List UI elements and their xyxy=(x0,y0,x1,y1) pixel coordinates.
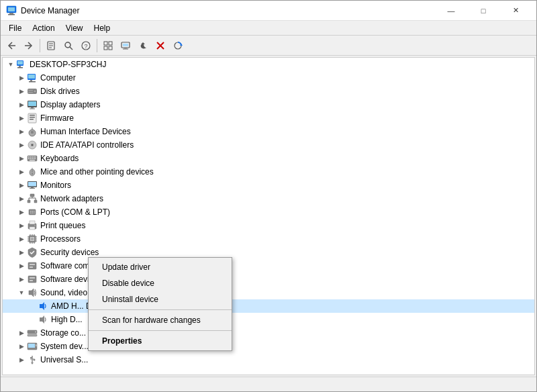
svg-rect-57 xyxy=(28,158,30,160)
root-expand-arrow[interactable]: ▼ xyxy=(5,59,16,70)
storage-icon xyxy=(27,328,38,338)
tree-item-software-comp[interactable]: ▶ Software components xyxy=(3,259,534,273)
tree-item-security[interactable]: ▶ Security devices xyxy=(3,246,534,259)
software-dev-icon xyxy=(27,274,38,285)
svg-rect-82 xyxy=(34,213,35,214)
network-expand[interactable]: ▶ xyxy=(16,193,27,204)
computer-expand[interactable]: ▶ xyxy=(16,72,27,83)
ctx-disable-device[interactable]: Disable device xyxy=(89,275,232,291)
toolbar-forward[interactable] xyxy=(21,38,37,54)
tree-item-disk[interactable]: ▶ Disk drives xyxy=(3,85,534,98)
tree-item-amd-hd[interactable]: ▶ AMD H... D...ition Audio D... xyxy=(3,299,534,313)
svg-rect-76 xyxy=(29,209,36,215)
svg-rect-37 xyxy=(28,92,33,93)
toolbar-update[interactable] xyxy=(135,38,151,54)
toolbar-sep-2 xyxy=(97,39,97,52)
svg-point-51 xyxy=(32,144,33,146)
svg-rect-3 xyxy=(8,14,15,15)
svg-rect-104 xyxy=(30,266,33,268)
tree-item-high-def[interactable]: ▶ High D... xyxy=(3,313,534,326)
print-expand[interactable]: ▶ xyxy=(16,220,27,231)
ports-icon xyxy=(27,207,38,217)
tree-root[interactable]: ▼ DESKTOP-SFP3CHJ xyxy=(3,58,534,71)
usb-label: Universal S... xyxy=(40,355,88,364)
tree-item-ide[interactable]: ▶ IDE ATA/ATAPI controllers xyxy=(3,138,534,152)
menu-view[interactable]: View xyxy=(60,22,89,34)
ctx-update-driver[interactable]: Update driver xyxy=(89,259,232,275)
tree-item-monitors[interactable]: ▶ Monitors xyxy=(3,179,534,192)
tree-item-processors[interactable]: ▶ xyxy=(3,232,534,246)
tree-item-hid[interactable]: ▶ Human Interface Devices xyxy=(3,125,534,138)
tree-item-ports[interactable]: ▶ Ports (COM & LPT) xyxy=(3,205,534,219)
ctx-scan-hardware[interactable]: Scan for hardware changes xyxy=(89,312,232,328)
tree-item-storage[interactable]: ▶ Storage co... xyxy=(3,326,534,340)
menu-help[interactable]: Help xyxy=(89,22,116,34)
mice-expand[interactable]: ▶ xyxy=(16,166,27,177)
hid-expand[interactable]: ▶ xyxy=(16,126,27,137)
toolbar-properties[interactable] xyxy=(43,38,59,54)
disk-expand[interactable]: ▶ xyxy=(16,86,27,97)
device-tree[interactable]: ▼ DESKTOP-SFP3CHJ ▶ xyxy=(2,57,535,375)
keyboard-label: Keyboards xyxy=(40,154,79,163)
toolbar-scan[interactable] xyxy=(170,38,186,54)
toolbar: ? xyxy=(1,36,536,56)
display-expand[interactable]: ▶ xyxy=(16,99,27,110)
svg-rect-71 xyxy=(34,200,37,203)
processors-expand[interactable]: ▶ xyxy=(16,234,27,244)
monitors-expand[interactable]: ▶ xyxy=(16,180,27,191)
svg-rect-31 xyxy=(28,75,35,79)
monitors-label: Monitors xyxy=(40,181,71,190)
tree-item-display[interactable]: ▶ Display adapters xyxy=(3,98,534,111)
svg-point-63 xyxy=(32,173,33,175)
computer-label: Computer xyxy=(40,73,76,83)
minimize-button[interactable]: — xyxy=(436,4,467,17)
device-manager-window: Device Manager — □ ✕ File Action View He… xyxy=(0,0,537,392)
toolbar-computer[interactable] xyxy=(117,38,134,54)
tree-item-keyboard[interactable]: ▶ Keyboards xyxy=(3,152,534,165)
tree-item-network[interactable]: ▶ Network adapters xyxy=(3,192,534,205)
maximize-button[interactable]: □ xyxy=(468,4,499,17)
svg-rect-43 xyxy=(30,115,35,115)
toolbar-search[interactable] xyxy=(60,38,77,54)
usb-expand[interactable]: ▶ xyxy=(16,354,27,365)
security-expand[interactable]: ▶ xyxy=(16,247,27,258)
firmware-icon xyxy=(27,113,38,124)
toolbar-help[interactable]: ? xyxy=(78,38,94,54)
tree-item-software-dev[interactable]: ▶ Software devices xyxy=(3,273,534,286)
menu-file[interactable]: File xyxy=(3,22,27,34)
ide-expand[interactable]: ▶ xyxy=(16,140,27,150)
svg-rect-80 xyxy=(30,213,32,214)
svg-rect-45 xyxy=(30,119,34,119)
ctx-sep-1 xyxy=(89,309,232,310)
tree-item-system[interactable]: ▶ System dev... xyxy=(3,340,534,353)
tree-item-sound[interactable]: ▼ Sound, video and game controllers xyxy=(3,286,534,299)
ctx-properties[interactable]: Properties xyxy=(89,333,232,349)
firmware-expand[interactable]: ▶ xyxy=(16,113,27,124)
software-comp-expand[interactable]: ▶ xyxy=(16,260,27,271)
tree-item-print[interactable]: ▶ Print queues xyxy=(3,219,534,232)
print-label: Print queues xyxy=(40,221,85,230)
toolbar-device-list[interactable] xyxy=(100,38,116,54)
display-icon xyxy=(27,99,38,110)
svg-marker-109 xyxy=(40,302,44,310)
toolbar-back[interactable] xyxy=(3,38,19,54)
tree-item-firmware[interactable]: ▶ Firmware xyxy=(3,111,534,125)
ctx-uninstall-device[interactable]: Uninstall device xyxy=(89,291,232,307)
ports-expand[interactable]: ▶ xyxy=(16,207,27,217)
menu-action[interactable]: Action xyxy=(27,22,60,34)
system-icon xyxy=(27,341,38,352)
storage-expand[interactable]: ▶ xyxy=(16,328,27,338)
svg-point-86 xyxy=(34,225,36,226)
toolbar-remove[interactable] xyxy=(152,38,168,54)
close-button[interactable]: ✕ xyxy=(500,4,531,17)
tree-item-computer[interactable]: ▶ Computer xyxy=(3,71,534,85)
system-expand[interactable]: ▶ xyxy=(16,341,27,352)
tree-item-usb[interactable]: ▶ Universal S... xyxy=(3,353,534,366)
svg-rect-66 xyxy=(28,182,36,187)
svg-rect-15 xyxy=(109,42,112,45)
sound-expand[interactable]: ▼ xyxy=(16,287,27,298)
software-dev-expand[interactable]: ▶ xyxy=(16,274,27,285)
keyboard-expand[interactable]: ▶ xyxy=(16,153,27,164)
svg-rect-14 xyxy=(104,42,107,45)
tree-item-mice[interactable]: ▶ Mice and other pointing devices xyxy=(3,165,534,179)
